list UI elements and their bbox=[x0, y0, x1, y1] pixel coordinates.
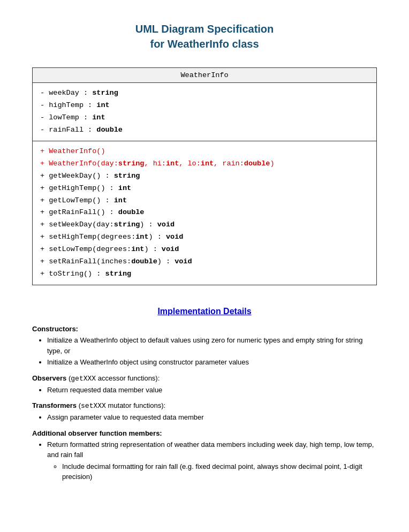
impl-observers: Observers (getXXX accessor functions): R… bbox=[32, 374, 377, 396]
impl-transformers-item-1: Assign parameter value to requested data… bbox=[47, 412, 377, 423]
method-getrainfall: + getRainFall() : double bbox=[40, 207, 369, 219]
method-setrainfall: + setRainFall(inches:double) : void bbox=[40, 256, 369, 268]
impl-constructors: Constructors: Initialize a WeatherInfo o… bbox=[32, 325, 377, 368]
impl-additional: Additional observer function members: Re… bbox=[32, 429, 377, 482]
impl-observers-list: Return requested data member value bbox=[47, 385, 377, 396]
method-gethightemp: + getHighTemp() : int bbox=[40, 183, 369, 195]
attr-weekday: - weekDay : string bbox=[40, 87, 369, 100]
impl-additional-subitem-1: Include decimal formatting for rain fall… bbox=[62, 461, 377, 482]
method-sethightemp: + setHighTemp(degrees:int) : void bbox=[40, 231, 369, 244]
method-setlowtemp: + setLowTemp(degrees:int) : void bbox=[40, 244, 369, 256]
method-constructor-params: + WeatherInfo(day:string, hi:int, lo:int… bbox=[40, 158, 369, 170]
method-getlowtemp: + getLowTemp() : int bbox=[40, 195, 369, 207]
impl-transformers-label: Transformers (setXXX mutator functions): bbox=[32, 401, 377, 410]
method-tostring: + toString() : string bbox=[40, 268, 369, 280]
impl-transformers-list: Assign parameter value to requested data… bbox=[47, 412, 377, 423]
uml-methods-section: + WeatherInfo() + WeatherInfo(day:string… bbox=[33, 141, 376, 285]
attr-lowtemp: - lowTemp : int bbox=[40, 112, 369, 124]
uml-diagram: WeatherInfo - weekDay : string - highTem… bbox=[32, 67, 377, 285]
impl-observers-label: Observers (getXXX accessor functions): bbox=[32, 374, 377, 383]
method-setweekday: + setWeekDay(day:string) : void bbox=[40, 219, 369, 231]
impl-title: Implementation Details bbox=[32, 307, 377, 316]
impl-transformers: Transformers (setXXX mutator functions):… bbox=[32, 401, 377, 423]
impl-constructors-item-1: Initialize a WeatherInfo object to defau… bbox=[47, 335, 377, 356]
impl-observers-item-1: Return requested data member value bbox=[47, 385, 377, 396]
method-constructor-default: + WeatherInfo() bbox=[40, 146, 369, 158]
implementation-section: Implementation Details Constructors: Ini… bbox=[32, 307, 377, 482]
impl-constructors-item-2: Initialize a WeatherInfo object using co… bbox=[47, 357, 377, 368]
attr-hightemp: - highTemp : int bbox=[40, 100, 369, 112]
uml-class-name: WeatherInfo bbox=[33, 68, 376, 83]
impl-constructors-label: Constructors: bbox=[32, 325, 377, 333]
page-title: UML Diagram Specification for WeatherInf… bbox=[32, 21, 377, 51]
impl-additional-sublist: Include decimal formatting for rain fall… bbox=[62, 461, 377, 482]
impl-additional-item-1: Return formatted string representation o… bbox=[47, 439, 377, 482]
impl-additional-label: Additional observer function members: bbox=[32, 429, 377, 437]
impl-additional-list: Return formatted string representation o… bbox=[47, 439, 377, 482]
uml-attributes-section: - weekDay : string - highTemp : int - lo… bbox=[33, 83, 376, 141]
attr-rainfall: - rainFall : double bbox=[40, 124, 369, 136]
method-getweekday: + getWeekDay() : string bbox=[40, 170, 369, 183]
impl-constructors-list: Initialize a WeatherInfo object to defau… bbox=[47, 335, 377, 368]
